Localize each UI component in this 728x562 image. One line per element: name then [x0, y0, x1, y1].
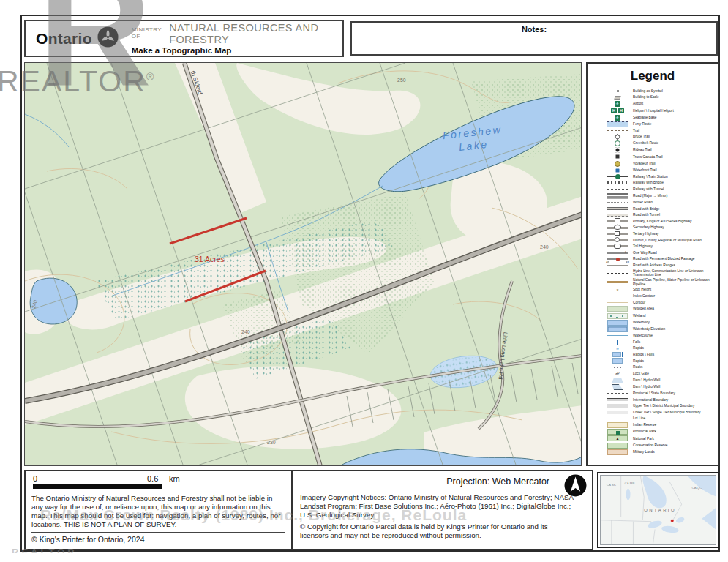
legend-item: ×Spot Height	[605, 288, 718, 293]
legend-item: 4062Road with Address Ranges	[605, 263, 718, 268]
legend-item-label: Road (Major → Minor)	[633, 194, 715, 198]
legend-swatch-hydro	[605, 273, 630, 274]
legend-item-label: Road with Bridge	[633, 207, 715, 211]
legend-swatch-rapids2	[605, 358, 630, 364]
ontario-wordmark: Ontario	[36, 30, 92, 48]
legend-swatch-railtun	[605, 189, 630, 190]
legend-item-label: Winter Road	[633, 201, 715, 205]
legend-item-label: Wooded Area	[633, 307, 715, 311]
page: Ontario MINISTRY OF	[0, 0, 728, 562]
legend-item-label: Heliport \ Hospital Heliport	[633, 109, 715, 113]
legend-item: Rocks	[605, 365, 718, 370]
legend-item: Road with Permanent Blocked Passage	[605, 256, 718, 261]
legend-swatch-roadmm	[605, 193, 630, 199]
legend-item: ≪Lock Gate	[605, 371, 718, 376]
legend-swatch-falls	[605, 340, 630, 345]
legend-swatch-military	[605, 449, 630, 455]
legend-item: ››Rapids	[605, 345, 718, 351]
legend-swatch-iconHH: HH	[605, 108, 630, 113]
footer-copyright-section: Projection: Web Mercator Imagery Copyrig…	[293, 471, 592, 549]
legend-item: ▲National Park	[605, 435, 718, 441]
legend-item: Provincial \ State Boundary	[605, 391, 718, 396]
legend-swatch-poly	[605, 96, 630, 100]
disclaimer-text: The Ontario Ministry of Natural Resource…	[31, 494, 285, 529]
legend-swatch-spot: ×	[605, 288, 630, 292]
legend-swatch-lock: ≪	[605, 371, 630, 376]
legend-item: Hydro Line, Communication Line or Unknow…	[605, 269, 718, 277]
legend-swatch-bprov	[605, 393, 630, 394]
legend-swatch-hwy400	[605, 220, 630, 222]
legend-swatch-water	[605, 320, 630, 326]
legend-item-label: Building as Symbol	[633, 89, 715, 94]
scale-start-label: 0	[33, 474, 37, 483]
legend-item-label: Conservation Reserve	[633, 443, 715, 448]
legend-item: Trail	[605, 128, 718, 133]
legend-swatch-hwy3	[605, 233, 630, 235]
legend-item-label: Secondary Highway	[633, 225, 715, 230]
topographic-map[interactable]: Foreshew Lake 31 Acres th Siderd Little …	[24, 62, 582, 466]
legend-swatch-indian	[605, 422, 630, 428]
legend-item: Contour	[605, 300, 718, 305]
legend-item-label: Road with Permanent Blocked Passage	[633, 257, 715, 261]
parcel-copyright: © Copyright for Ontario Parcel data is h…	[300, 522, 585, 540]
ministry-block: MINISTRY OF NATURAL RESOURCES AND FOREST…	[132, 22, 342, 55]
legend-item-label: Index Contour	[633, 294, 715, 299]
legend-swatch-roadtun	[605, 214, 630, 217]
locator-label-sk: CA SK	[607, 483, 616, 487]
legend-item-label: Dam \ Hydro Wall	[633, 385, 715, 389]
legend-item: Trans Canada Trail	[605, 154, 718, 160]
legend-item: Dam \ Hydro Wall	[605, 378, 718, 383]
legend-item: District, County, Regional or Municipal …	[605, 238, 718, 243]
legend-item: Road (Major → Minor)	[605, 193, 718, 199]
locator-map: CA SK CA MB CA QC ONTARIO	[597, 472, 719, 548]
legend-item-label: Ferry Route	[633, 122, 715, 127]
legend-swatch-dam1	[605, 378, 630, 383]
legend-item-label: Lock Gate	[633, 372, 715, 376]
notes-box[interactable]: Notes:	[350, 21, 718, 56]
legend-swatch-consres	[605, 443, 630, 449]
legend-swatch-stream	[605, 335, 630, 336]
legend-swatch-blocked	[605, 258, 630, 260]
legend-item-label: Spot Height	[633, 288, 715, 292]
legend-item: Railway with Bridge	[605, 181, 718, 186]
legend-item-label: Building to Scale	[633, 95, 715, 100]
legend-item: Secondary Highway	[605, 225, 718, 231]
legend: Legend Building as SymbolBuilding to Sca…	[586, 62, 719, 466]
legend-swatch-addr: 4062	[605, 265, 630, 266]
legend-item: Voyageur Trail	[605, 161, 718, 167]
legend-item: Bruce Trail	[605, 134, 718, 139]
legend-swatch-bintl	[605, 398, 630, 401]
legend-swatch-hwy2	[605, 227, 630, 229]
legend-item: Military Lands	[605, 449, 718, 455]
legend-swatch-wetland	[605, 313, 630, 319]
legend-swatch-greenbelt	[605, 140, 630, 146]
scale-bar	[33, 484, 162, 489]
legend-swatch-iconA: ✈	[605, 101, 630, 107]
legend-item: HHHeliport \ Hospital Heliport	[605, 108, 718, 113]
legend-item-label: Road with Address Ranges	[633, 263, 715, 268]
legend-swatch-rideau	[605, 147, 630, 153]
legend-item: Railway \ Train Station	[605, 174, 718, 179]
legend-item-label: Military Lands	[633, 450, 715, 454]
scale-bar-group: 0 0.6 km	[31, 474, 285, 492]
legend-item-label: Trans Canada Trail	[633, 155, 715, 160]
legend-item: Primary, Kings or 400 Series Highway	[605, 219, 718, 224]
legend-swatch-waterfront	[605, 168, 630, 173]
legend-swatch-npark: ▲	[605, 435, 630, 441]
legend-item-label: Provincial \ State Boundary	[633, 391, 715, 396]
legend-item-label: Rideau Trail	[633, 148, 715, 152]
legend-item-label: Rapids \ Falls	[633, 353, 715, 357]
legend-swatch-rapfalls	[605, 352, 630, 357]
legend-item-label: International Boundary	[633, 398, 715, 402]
legend-swatch-voyageur	[605, 161, 630, 167]
legend-swatch-hwyd	[605, 239, 630, 241]
legend-item-label: Railway with Bridge	[633, 181, 715, 185]
contour-label: 230	[267, 440, 276, 445]
ontario-brand: Ontario	[36, 26, 119, 50]
legend-item: Waterbody	[605, 320, 718, 326]
printer-copyright: © King's Printer for Ontario, 2024	[31, 533, 285, 544]
legend-item: Ferry Route	[605, 121, 718, 127]
legend-item-label: Tertiary Highway	[633, 232, 715, 236]
legend-item: Falls	[605, 340, 718, 345]
legend-item-label: Rapids	[633, 346, 715, 351]
